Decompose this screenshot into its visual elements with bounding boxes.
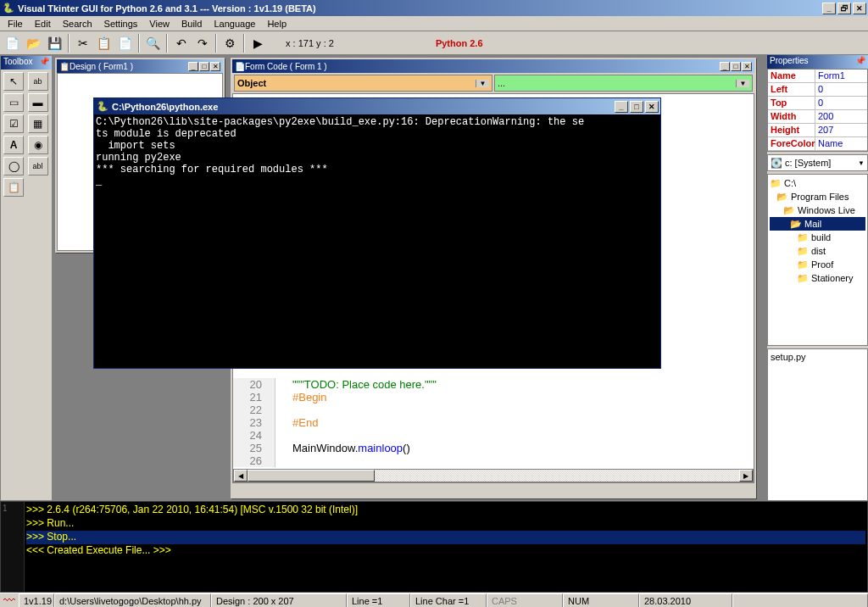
status-file: d:\Users\livetogogo\Desktop\hh.py	[54, 593, 211, 607]
menu-settings[interactable]: Settings	[98, 17, 144, 31]
folder-icon: 📁	[797, 232, 809, 243]
tool-pointer[interactable]: ↖	[3, 72, 24, 91]
code-editor[interactable]: 20"""TODO: Place code here.""" 21#Begin …	[233, 378, 754, 467]
tool-combo[interactable]: 📋	[3, 178, 24, 197]
redo-button[interactable]: ↷	[192, 34, 212, 53]
tool-checkbutton[interactable]: ◯	[3, 157, 24, 175]
folder-icon: 📂	[783, 205, 795, 216]
object-combo[interactable]: Object ▼	[234, 75, 492, 92]
tree-item[interactable]: 📁Proof	[770, 258, 865, 271]
event-combo[interactable]: ... ▼	[494, 75, 753, 92]
tree-item[interactable]: 📁Stationery	[770, 271, 865, 285]
scroll-left-button[interactable]: ◀	[234, 470, 248, 482]
design-window-title: Design ( Form1 )	[70, 62, 188, 71]
drive-selector[interactable]: 💽 c: [System] ▼	[767, 154, 868, 171]
menu-help[interactable]: Help	[261, 17, 292, 31]
status-design: Design : 200 x 207	[211, 593, 347, 607]
tool-radiobutton[interactable]: ◉	[28, 136, 48, 154]
repl-margin: 1	[1, 502, 25, 592]
paste-button[interactable]: 📄	[115, 34, 135, 53]
scroll-right-button[interactable]: ▶	[739, 470, 753, 482]
prop-forecolor-value[interactable]: Name	[815, 137, 867, 150]
tree-item[interactable]: 📁build	[770, 231, 865, 244]
status-num: NUM	[563, 593, 639, 607]
menu-search[interactable]: Search	[57, 17, 98, 31]
design-minimize[interactable]: _	[188, 62, 198, 71]
toolbox-header: Toolbox 📌	[1, 56, 52, 70]
design-maximize[interactable]: □	[199, 62, 209, 71]
tree-item[interactable]: 📁C:\	[770, 176, 865, 190]
app-titlebar: 🐍 Visual Tkinter GUI for Python 2.6 and …	[0, 0, 868, 16]
run-button[interactable]: ▶	[248, 34, 268, 53]
editor-scrollbar-horizontal[interactable]: ◀ ▶	[233, 469, 754, 482]
status-line: Line =1	[347, 593, 410, 607]
console-close[interactable]: ✕	[645, 101, 659, 113]
properties-panel: Properties 📌 NameForm1 Left0 Top0 Width2…	[766, 55, 868, 501]
save-button[interactable]: 💾	[45, 34, 64, 53]
file-list[interactable]: setup.py	[767, 348, 868, 501]
tree-item-selected[interactable]: 📂Mail	[770, 217, 865, 231]
code-maximize[interactable]: □	[731, 62, 741, 71]
file-item[interactable]: setup.py	[771, 352, 865, 362]
menu-build[interactable]: Build	[175, 17, 208, 31]
maximize-button[interactable]: 🗗	[837, 3, 851, 14]
menu-language[interactable]: Language	[208, 17, 261, 31]
new-button[interactable]: 📄	[3, 34, 22, 53]
code-minimize[interactable]: _	[720, 62, 730, 71]
app-title: Visual Tkinter GUI for Python 2.6 and 3.…	[18, 3, 822, 14]
cut-button[interactable]: ✂	[73, 34, 92, 53]
code-icon: 📄	[235, 62, 245, 71]
menu-edit[interactable]: Edit	[29, 17, 57, 31]
chevron-down-icon[interactable]: ▼	[736, 80, 749, 87]
prop-width-value[interactable]: 200	[815, 110, 867, 123]
python-version-label: Python 2.6	[436, 38, 483, 48]
menu-file[interactable]: File	[2, 17, 29, 31]
tool-listbox[interactable]: ▦	[28, 114, 48, 133]
tree-item[interactable]: 📂Program Files	[770, 190, 865, 203]
tree-item[interactable]: 📂Windows Live	[770, 203, 865, 217]
chevron-down-icon[interactable]: ▼	[858, 159, 865, 167]
console-window[interactable]: 🐍 C:\Python26\python.exe _ □ ✕ C:\Python…	[93, 97, 661, 369]
folder-icon: 📁	[770, 178, 782, 189]
repl-line: >>> Run...	[26, 517, 865, 531]
folder-icon: 📂	[776, 192, 788, 203]
repl-line-selected: >>> Stop...	[26, 531, 865, 544]
console-maximize[interactable]: □	[630, 101, 643, 113]
menu-view[interactable]: View	[143, 17, 175, 31]
folder-icon: 📁	[797, 246, 809, 257]
tool-button[interactable]: ▭	[3, 93, 24, 112]
folder-tree[interactable]: 📁C:\ 📂Program Files 📂Windows Live 📂Mail …	[767, 174, 868, 346]
tool-entry2[interactable]: abl	[28, 157, 48, 175]
build-button[interactable]: ⚙	[220, 34, 240, 53]
chevron-down-icon[interactable]: ▼	[476, 80, 489, 87]
open-button[interactable]: 📂	[24, 34, 43, 53]
find-button[interactable]: 🔍	[143, 34, 163, 53]
toolbox-pin-icon[interactable]: 📌	[39, 57, 49, 69]
design-close[interactable]: ✕	[210, 62, 220, 71]
tool-text[interactable]: A	[3, 136, 24, 154]
tree-item[interactable]: 📁dist	[770, 244, 865, 258]
minimize-button[interactable]: _	[822, 3, 836, 14]
prop-name-value[interactable]: Form1	[815, 70, 867, 82]
close-button[interactable]: ✕	[853, 3, 866, 14]
prop-top-value[interactable]: 0	[815, 97, 867, 109]
status-linechar: Line Char =1	[410, 593, 487, 607]
scroll-thumb[interactable]	[248, 470, 375, 482]
folder-icon: 📂	[790, 219, 802, 230]
app-icon: 🐍	[2, 2, 15, 15]
status-spacer	[732, 593, 868, 607]
console-title: C:\Python26\python.exe	[112, 102, 615, 112]
properties-header: Properties 📌	[767, 55, 868, 69]
tool-label[interactable]: ab	[28, 72, 48, 91]
tool-entry[interactable]: ▬	[28, 93, 48, 112]
copy-button[interactable]: 📋	[94, 34, 114, 53]
console-output[interactable]: C:\Python26\lib\site-packages\py2exe\bui…	[94, 114, 660, 368]
properties-pin-icon[interactable]: 📌	[855, 56, 865, 68]
tool-checkbox[interactable]: ☑	[3, 114, 24, 133]
code-close[interactable]: ✕	[742, 62, 752, 71]
repl-console[interactable]: 1 >>> 2.6.4 (r264:75706, Jan 22 2010, 16…	[0, 501, 868, 593]
prop-left-value[interactable]: 0	[815, 83, 867, 96]
undo-button[interactable]: ↶	[171, 34, 191, 53]
console-minimize[interactable]: _	[615, 101, 628, 113]
prop-height-value[interactable]: 207	[815, 124, 867, 136]
